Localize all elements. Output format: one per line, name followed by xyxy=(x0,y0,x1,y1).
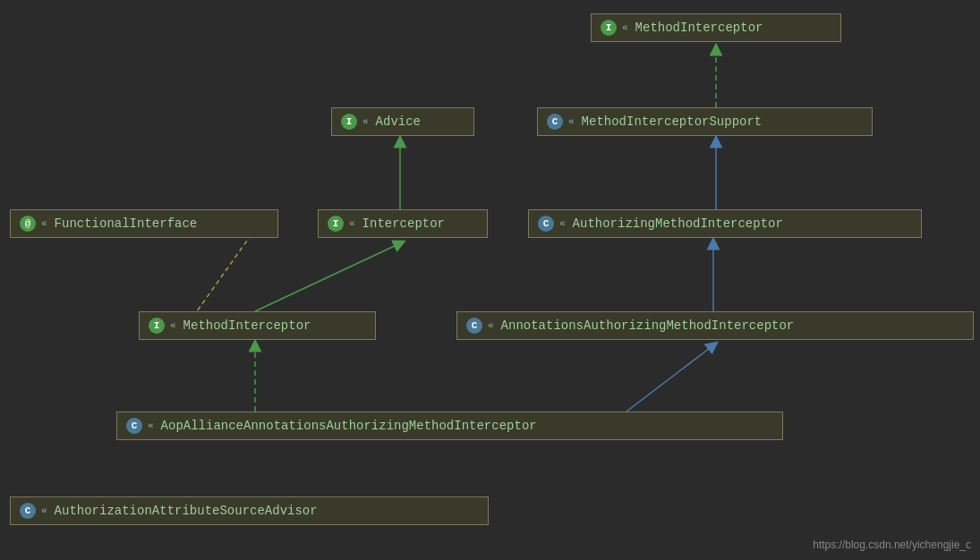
box-interceptor: I « Interceptor xyxy=(318,209,488,238)
box-authorizing-method-interceptor: C « AuthorizingMethodInterceptor xyxy=(528,209,922,238)
stereotype: « xyxy=(41,218,47,229)
icon-class: C xyxy=(20,503,36,519)
box-method-interceptor-mid: I « MethodInterceptor xyxy=(139,311,376,340)
stereotype: « xyxy=(568,116,575,127)
class-label: MethodInterceptorSupport xyxy=(582,115,763,129)
box-advice: I « Advice xyxy=(331,107,474,136)
box-functional-interface: @ « FunctionalInterface xyxy=(10,209,278,238)
box-method-interceptor-support: C « MethodInterceptorSupport xyxy=(537,107,873,136)
stereotype: « xyxy=(41,505,47,516)
class-label: MethodInterceptor xyxy=(183,318,311,333)
box-authorization-attribute-source-advisor: C « AuthorizationAttributeSourceAdvisor xyxy=(10,496,489,525)
icon-interface: I xyxy=(601,20,617,36)
box-aop-alliance: C « AopAllianceAnnotationsAuthorizingMet… xyxy=(116,412,783,440)
class-label: Interceptor xyxy=(362,216,445,231)
icon-class: C xyxy=(466,318,482,334)
icon-interface: I xyxy=(149,318,165,334)
box-annotations-authorizing-method-interceptor: C « AnnotationsAuthorizingMethodIntercep… xyxy=(456,311,974,340)
arrows-svg: MethodInterceptorTop (dashed arrow up) -… xyxy=(0,0,980,560)
svg-line-6 xyxy=(255,243,400,311)
svg-line-10 xyxy=(626,345,713,412)
box-method-interceptor-top: I « MethodInterceptor xyxy=(591,13,841,42)
class-label: MethodInterceptor xyxy=(635,21,763,35)
stereotype: « xyxy=(362,116,369,127)
class-label: FunctionalInterface xyxy=(55,216,198,231)
icon-class: C xyxy=(126,418,142,434)
stereotype: « xyxy=(170,320,176,331)
icon-interface: I xyxy=(341,114,357,130)
stereotype: « xyxy=(488,320,494,331)
diagram-container: MethodInterceptorTop (dashed arrow up) -… xyxy=(0,0,980,560)
class-label: Advice xyxy=(376,115,421,129)
stereotype: « xyxy=(148,420,154,431)
icon-annotation: @ xyxy=(20,216,36,232)
class-label: AopAllianceAnnotationsAuthorizingMethodI… xyxy=(161,419,537,433)
stereotype: « xyxy=(559,218,566,229)
class-label: AuthorizationAttributeSourceAdvisor xyxy=(55,504,318,518)
watermark: https://blog.csdn.net/yichengjie_c xyxy=(813,539,971,551)
svg-line-8 xyxy=(197,234,251,311)
icon-interface: I xyxy=(328,216,344,232)
class-label: AnnotationsAuthorizingMethodInterceptor xyxy=(501,318,795,333)
class-label: AuthorizingMethodInterceptor xyxy=(573,216,783,231)
icon-class: C xyxy=(547,114,563,130)
stereotype: « xyxy=(622,22,628,33)
stereotype: « xyxy=(349,218,355,229)
icon-class: C xyxy=(538,216,554,232)
